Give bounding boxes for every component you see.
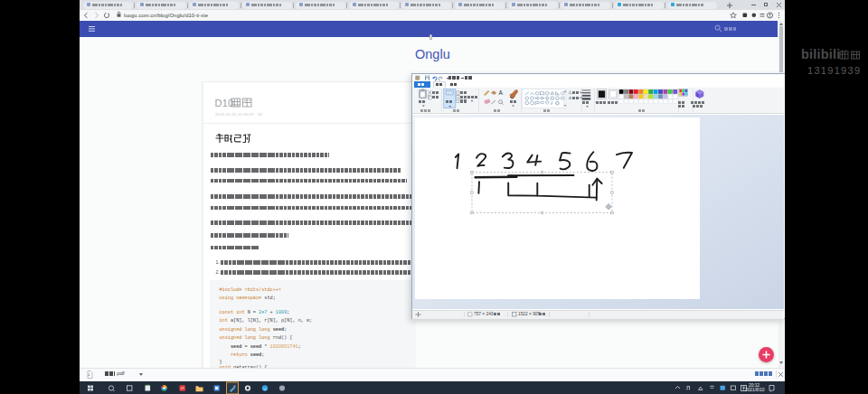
svg-text:A: A — [499, 89, 504, 96]
